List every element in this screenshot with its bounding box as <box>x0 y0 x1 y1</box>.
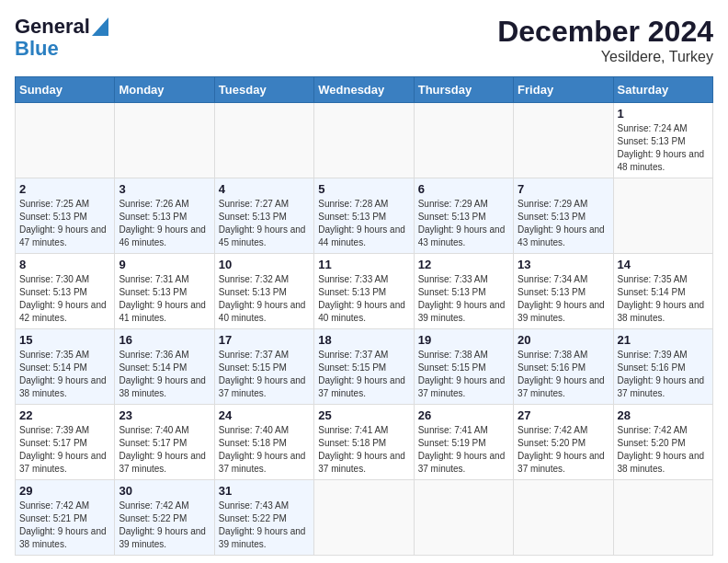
day-info: Sunrise: 7:41 AMSunset: 5:18 PMDaylight:… <box>318 424 409 476</box>
day-number: 3 <box>119 182 210 196</box>
calendar-day: 27Sunrise: 7:42 AMSunset: 5:20 PMDayligh… <box>514 405 613 480</box>
day-number: 30 <box>119 484 210 498</box>
day-info: Sunrise: 7:42 AMSunset: 5:20 PMDaylight:… <box>518 424 609 476</box>
day-info: Sunrise: 7:24 AMSunset: 5:13 PMDaylight:… <box>618 122 709 174</box>
calendar-day: 16Sunrise: 7:36 AMSunset: 5:14 PMDayligh… <box>115 329 214 405</box>
day-info: Sunrise: 7:40 AMSunset: 5:18 PMDaylight:… <box>219 424 310 476</box>
calendar-week-row: 1Sunrise: 7:24 AMSunset: 5:13 PMDaylight… <box>16 103 713 178</box>
day-info: Sunrise: 7:31 AMSunset: 5:13 PMDaylight:… <box>119 273 210 325</box>
day-number: 6 <box>418 182 509 196</box>
day-info: Sunrise: 7:33 AMSunset: 5:13 PMDaylight:… <box>418 273 509 325</box>
logo-icon <box>92 17 108 36</box>
weekday-header-wednesday: Wednesday <box>314 77 414 103</box>
calendar-day: 26Sunrise: 7:41 AMSunset: 5:19 PMDayligh… <box>414 405 513 480</box>
empty-cell <box>214 103 313 178</box>
day-number: 4 <box>219 182 310 196</box>
day-number: 16 <box>119 333 210 347</box>
empty-cell <box>514 103 613 178</box>
empty-cell <box>514 480 613 556</box>
day-info: Sunrise: 7:42 AMSunset: 5:21 PMDaylight:… <box>19 500 110 551</box>
day-info: Sunrise: 7:29 AMSunset: 5:13 PMDaylight:… <box>518 198 609 249</box>
day-info: Sunrise: 7:39 AMSunset: 5:17 PMDaylight:… <box>19 424 110 476</box>
weekday-header-monday: Monday <box>115 77 214 103</box>
calendar-day: 29Sunrise: 7:42 AMSunset: 5:21 PMDayligh… <box>16 480 115 556</box>
day-number: 7 <box>518 182 609 196</box>
calendar-day: 30Sunrise: 7:42 AMSunset: 5:22 PMDayligh… <box>115 480 214 556</box>
calendar-day: 21Sunrise: 7:39 AMSunset: 5:16 PMDayligh… <box>613 329 712 405</box>
calendar-week-row: 2Sunrise: 7:25 AMSunset: 5:13 PMDaylight… <box>16 178 713 254</box>
calendar-day: 22Sunrise: 7:39 AMSunset: 5:17 PMDayligh… <box>16 405 115 480</box>
day-info: Sunrise: 7:33 AMSunset: 5:13 PMDaylight:… <box>318 273 409 325</box>
day-info: Sunrise: 7:39 AMSunset: 5:16 PMDaylight:… <box>618 349 709 400</box>
day-info: Sunrise: 7:40 AMSunset: 5:17 PMDaylight:… <box>119 424 210 476</box>
day-info: Sunrise: 7:25 AMSunset: 5:13 PMDaylight:… <box>19 198 110 249</box>
day-number: 25 <box>318 408 409 422</box>
day-info: Sunrise: 7:38 AMSunset: 5:15 PMDaylight:… <box>418 349 509 400</box>
day-info: Sunrise: 7:35 AMSunset: 5:14 PMDaylight:… <box>19 349 110 400</box>
day-number: 18 <box>318 333 409 347</box>
calendar-week-row: 29Sunrise: 7:42 AMSunset: 5:21 PMDayligh… <box>16 480 713 556</box>
day-info: Sunrise: 7:41 AMSunset: 5:19 PMDaylight:… <box>418 424 509 476</box>
day-number: 11 <box>318 258 409 271</box>
calendar-day: 7Sunrise: 7:29 AMSunset: 5:13 PMDaylight… <box>514 178 613 254</box>
empty-cell <box>115 103 214 178</box>
day-number: 14 <box>618 258 709 271</box>
day-number: 1 <box>618 107 709 121</box>
weekday-header-thursday: Thursday <box>414 77 513 103</box>
calendar-week-row: 8Sunrise: 7:30 AMSunset: 5:13 PMDaylight… <box>16 254 713 329</box>
calendar-week-row: 22Sunrise: 7:39 AMSunset: 5:17 PMDayligh… <box>16 405 713 480</box>
empty-cell <box>414 480 513 556</box>
calendar-day: 6Sunrise: 7:29 AMSunset: 5:13 PMDaylight… <box>414 178 513 254</box>
empty-cell <box>314 480 414 556</box>
empty-cell <box>16 103 115 178</box>
day-number: 23 <box>119 408 210 422</box>
calendar-day: 2Sunrise: 7:25 AMSunset: 5:13 PMDaylight… <box>16 178 115 254</box>
calendar-day: 20Sunrise: 7:38 AMSunset: 5:16 PMDayligh… <box>514 329 613 405</box>
calendar-day: 3Sunrise: 7:26 AMSunset: 5:13 PMDaylight… <box>115 178 214 254</box>
day-info: Sunrise: 7:43 AMSunset: 5:22 PMDaylight:… <box>219 500 310 551</box>
calendar-day: 13Sunrise: 7:34 AMSunset: 5:13 PMDayligh… <box>514 254 613 329</box>
calendar-day: 19Sunrise: 7:38 AMSunset: 5:15 PMDayligh… <box>414 329 513 405</box>
calendar-day: 8Sunrise: 7:30 AMSunset: 5:13 PMDaylight… <box>16 254 115 329</box>
day-info: Sunrise: 7:28 AMSunset: 5:13 PMDaylight:… <box>318 198 409 249</box>
day-number: 20 <box>518 333 609 347</box>
weekday-header-sunday: Sunday <box>16 77 115 103</box>
empty-cell <box>314 103 414 178</box>
day-number: 12 <box>418 258 509 271</box>
empty-cell <box>414 103 513 178</box>
title-area: December 2024 Yesildere, Turkey <box>497 15 713 65</box>
calendar-day: 10Sunrise: 7:32 AMSunset: 5:13 PMDayligh… <box>214 254 313 329</box>
day-number: 17 <box>219 333 310 347</box>
day-number: 22 <box>19 408 110 422</box>
logo: General Blue <box>15 15 108 59</box>
month-title: December 2024 <box>497 15 713 49</box>
day-number: 27 <box>518 408 609 422</box>
day-number: 10 <box>219 258 310 271</box>
calendar-day: 4Sunrise: 7:27 AMSunset: 5:13 PMDaylight… <box>214 178 313 254</box>
day-number: 5 <box>318 182 409 196</box>
day-number: 26 <box>418 408 509 422</box>
day-number: 9 <box>119 258 210 271</box>
location-title: Yesildere, Turkey <box>497 49 713 65</box>
weekday-header-saturday: Saturday <box>613 77 712 103</box>
calendar-day: 14Sunrise: 7:35 AMSunset: 5:14 PMDayligh… <box>613 254 712 329</box>
calendar-day: 5Sunrise: 7:28 AMSunset: 5:13 PMDaylight… <box>314 178 414 254</box>
calendar-day: 11Sunrise: 7:33 AMSunset: 5:13 PMDayligh… <box>314 254 414 329</box>
day-number: 21 <box>618 333 709 347</box>
day-info: Sunrise: 7:35 AMSunset: 5:14 PMDaylight:… <box>618 273 709 325</box>
svg-marker-0 <box>92 17 108 36</box>
calendar-day: 24Sunrise: 7:40 AMSunset: 5:18 PMDayligh… <box>214 405 313 480</box>
day-number: 2 <box>19 182 110 196</box>
day-info: Sunrise: 7:27 AMSunset: 5:13 PMDaylight:… <box>219 198 310 249</box>
day-info: Sunrise: 7:26 AMSunset: 5:13 PMDaylight:… <box>119 198 210 249</box>
calendar-day: 12Sunrise: 7:33 AMSunset: 5:13 PMDayligh… <box>414 254 513 329</box>
calendar-day: 23Sunrise: 7:40 AMSunset: 5:17 PMDayligh… <box>115 405 214 480</box>
day-number: 15 <box>19 333 110 347</box>
day-info: Sunrise: 7:37 AMSunset: 5:15 PMDaylight:… <box>219 349 310 400</box>
day-number: 29 <box>19 484 110 498</box>
day-number: 31 <box>219 484 310 498</box>
calendar-week-row: 15Sunrise: 7:35 AMSunset: 5:14 PMDayligh… <box>16 329 713 405</box>
empty-cell <box>613 178 712 254</box>
day-info: Sunrise: 7:32 AMSunset: 5:13 PMDaylight:… <box>219 273 310 325</box>
weekday-header-friday: Friday <box>514 77 613 103</box>
